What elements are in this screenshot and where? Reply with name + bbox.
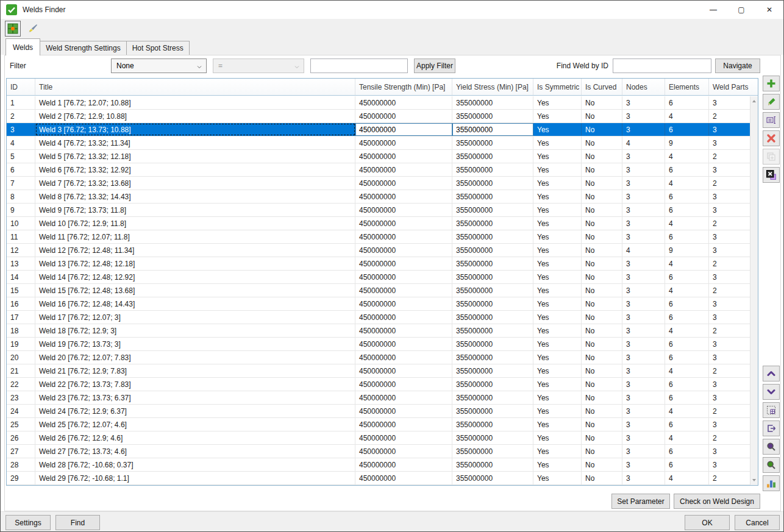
cell-yield[interactable]: 355000000 bbox=[452, 405, 533, 417]
cell-elements[interactable]: 6 bbox=[665, 230, 709, 243]
find-button[interactable]: Find bbox=[55, 515, 100, 530]
cell-parts[interactable]: 3 bbox=[709, 230, 750, 243]
cell-elements[interactable]: 6 bbox=[665, 445, 709, 458]
cell-tensile[interactable]: 450000000 bbox=[355, 338, 452, 350]
table-row[interactable]: 6Weld 6 [76.72; 13.32; 12.92]45000000035… bbox=[7, 163, 750, 177]
cell-nodes[interactable]: 3 bbox=[622, 96, 665, 109]
cell-elements[interactable]: 4 bbox=[665, 284, 709, 297]
cell-yield[interactable]: 355000000 bbox=[452, 137, 533, 149]
cell-parts[interactable]: 3 bbox=[709, 338, 750, 350]
column-header-elements[interactable]: Elements bbox=[665, 79, 709, 95]
close-button[interactable]: ✕ bbox=[755, 1, 783, 19]
cell-title[interactable]: Weld 22 [76.72; 13.73; 7.83] bbox=[35, 378, 355, 391]
scroll-up-arrow[interactable] bbox=[750, 97, 758, 105]
cell-symmetric[interactable]: Yes bbox=[533, 244, 582, 257]
cell-title[interactable]: Weld 2 [76.72; 12.9; 10.88] bbox=[35, 110, 355, 122]
minimize-button[interactable]: — bbox=[699, 1, 727, 19]
select-cells-button[interactable] bbox=[763, 402, 780, 418]
maximize-button[interactable]: ▢ bbox=[727, 1, 755, 19]
cell-yield[interactable]: 355000000 bbox=[452, 351, 533, 364]
ok-button[interactable]: OK bbox=[685, 515, 730, 530]
cell-tensile[interactable]: 450000000 bbox=[355, 311, 452, 324]
cell-title[interactable]: Weld 3 [76.72; 13.73; 10.88] bbox=[35, 123, 355, 136]
cell-symmetric[interactable]: Yes bbox=[533, 177, 582, 190]
cell-parts[interactable]: 3 bbox=[709, 391, 750, 404]
cell-curved[interactable]: No bbox=[582, 445, 622, 458]
cell-title[interactable]: Weld 21 [76.72; 12.9; 7.83] bbox=[35, 364, 355, 377]
cell-elements[interactable]: 9 bbox=[665, 137, 709, 149]
cell-tensile[interactable]: 450000000 bbox=[355, 217, 452, 230]
cell-yield[interactable]: 355000000 bbox=[452, 284, 533, 297]
cell-nodes[interactable]: 3 bbox=[622, 163, 665, 176]
table-row[interactable]: 17Weld 17 [76.72; 12.07; 3]4500000003550… bbox=[7, 311, 750, 324]
table-row[interactable]: 25Weld 25 [76.72; 12.07; 4.6]45000000035… bbox=[7, 418, 750, 431]
table-row[interactable]: 15Weld 15 [76.72; 12.48; 13.68]450000000… bbox=[7, 284, 750, 297]
cell-tensile[interactable]: 450000000 bbox=[355, 257, 452, 270]
cell-curved[interactable]: No bbox=[582, 244, 622, 257]
table-row[interactable]: 5Weld 5 [76.72; 13.32; 12.18]45000000035… bbox=[7, 150, 750, 163]
cell-yield[interactable]: 355000000 bbox=[452, 311, 533, 324]
cell-nodes[interactable]: 3 bbox=[622, 204, 665, 216]
cell-id[interactable]: 7 bbox=[7, 177, 35, 190]
column-header-symmetric[interactable]: Is Symmetric bbox=[533, 79, 582, 95]
cell-elements[interactable]: 6 bbox=[665, 271, 709, 283]
cell-title[interactable]: Weld 20 [76.72; 12.07; 7.83] bbox=[35, 351, 355, 364]
table-row[interactable]: 13Weld 13 [76.72; 12.48; 12.18]450000000… bbox=[7, 257, 750, 271]
cell-nodes[interactable]: 3 bbox=[622, 391, 665, 404]
cell-curved[interactable]: No bbox=[582, 137, 622, 149]
cell-tensile[interactable]: 450000000 bbox=[355, 472, 452, 484]
cell-elements[interactable]: 6 bbox=[665, 391, 709, 404]
cell-tensile[interactable]: 450000000 bbox=[355, 405, 452, 417]
cell-nodes[interactable]: 3 bbox=[622, 271, 665, 283]
cell-yield[interactable]: 355000000 bbox=[452, 271, 533, 283]
table-row[interactable]: 20Weld 20 [76.72; 12.07; 7.83]4500000003… bbox=[7, 351, 750, 364]
table-row[interactable]: 2Weld 2 [76.72; 12.9; 10.88]450000000355… bbox=[7, 110, 750, 123]
cell-title[interactable]: Weld 8 [76.72; 13.32; 14.43] bbox=[35, 190, 355, 203]
cell-id[interactable]: 22 bbox=[7, 378, 35, 391]
cell-curved[interactable]: No bbox=[582, 378, 622, 391]
cell-nodes[interactable]: 3 bbox=[622, 190, 665, 203]
cell-id[interactable]: 12 bbox=[7, 244, 35, 257]
cell-symmetric[interactable]: Yes bbox=[533, 378, 582, 391]
cell-id[interactable]: 16 bbox=[7, 297, 35, 310]
cell-elements[interactable]: 6 bbox=[665, 204, 709, 216]
export-button[interactable] bbox=[763, 420, 780, 436]
cell-symmetric[interactable]: Yes bbox=[533, 297, 582, 310]
cell-symmetric[interactable]: Yes bbox=[533, 96, 582, 109]
filter-type-combobox[interactable]: None bbox=[111, 59, 207, 73]
cell-nodes[interactable]: 3 bbox=[622, 418, 665, 431]
cell-id[interactable]: 11 bbox=[7, 230, 35, 243]
cell-tensile[interactable]: 450000000 bbox=[355, 431, 452, 444]
cell-title[interactable]: Weld 18 [76.72; 12.9; 3] bbox=[35, 324, 355, 337]
cell-parts[interactable]: 3 bbox=[709, 123, 750, 136]
cell-curved[interactable]: No bbox=[582, 96, 622, 109]
cell-nodes[interactable]: 3 bbox=[622, 338, 665, 350]
cell-nodes[interactable]: 3 bbox=[622, 257, 665, 270]
settings-button[interactable]: Settings bbox=[5, 515, 51, 530]
cell-id[interactable]: 10 bbox=[7, 217, 35, 230]
cell-elements[interactable]: 4 bbox=[665, 364, 709, 377]
delete-weld-button[interactable] bbox=[763, 130, 780, 146]
cell-symmetric[interactable]: Yes bbox=[533, 257, 582, 270]
cell-yield[interactable]: 355000000 bbox=[452, 324, 533, 337]
cell-id[interactable]: 29 bbox=[7, 472, 35, 484]
cell-tensile[interactable]: 450000000 bbox=[355, 445, 452, 458]
rename-weld-button[interactable] bbox=[763, 112, 780, 128]
column-header-tensile[interactable]: Tensile Strength (Min) [Pa] bbox=[355, 79, 452, 95]
cell-yield[interactable]: 355000000 bbox=[452, 217, 533, 230]
cell-symmetric[interactable]: Yes bbox=[533, 123, 582, 136]
brush-tool-button[interactable] bbox=[24, 21, 40, 37]
cell-id[interactable]: 27 bbox=[7, 445, 35, 458]
cell-symmetric[interactable]: Yes bbox=[533, 418, 582, 431]
table-row[interactable]: 3Weld 3 [76.72; 13.73; 10.88]45000000035… bbox=[7, 123, 750, 137]
column-header-title[interactable]: Title bbox=[35, 79, 355, 95]
find-on-model-button[interactable] bbox=[763, 439, 780, 455]
scroll-down-arrow[interactable] bbox=[750, 476, 758, 484]
cell-symmetric[interactable]: Yes bbox=[533, 472, 582, 484]
apply-filter-button[interactable]: Apply Filter bbox=[414, 59, 455, 73]
cell-curved[interactable]: No bbox=[582, 324, 622, 337]
cell-nodes[interactable]: 3 bbox=[622, 351, 665, 364]
cell-title[interactable]: Weld 15 [76.72; 12.48; 13.68] bbox=[35, 284, 355, 297]
move-down-button[interactable] bbox=[763, 384, 780, 400]
find-weld-id-input[interactable] bbox=[613, 59, 711, 73]
